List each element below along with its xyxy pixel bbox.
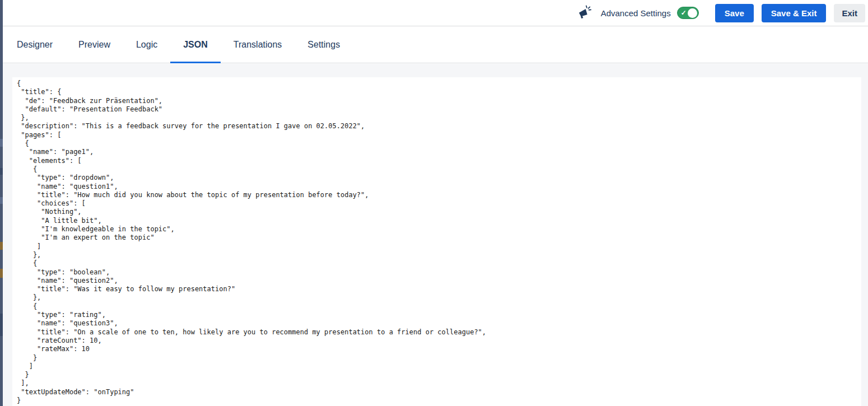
tab-settings[interactable]: Settings bbox=[295, 27, 353, 63]
exit-button[interactable]: Exit bbox=[834, 4, 865, 22]
tab-logic[interactable]: Logic bbox=[123, 27, 170, 63]
tab-json[interactable]: JSON bbox=[170, 27, 221, 63]
json-editor[interactable]: { "title": { "de": "Feedback zur Präsent… bbox=[12, 77, 861, 406]
edge-strip-mark bbox=[0, 139, 3, 147]
megaphone-icon bbox=[577, 5, 592, 21]
tab-label: Logic bbox=[136, 40, 157, 50]
advanced-settings-toggle[interactable]: ✓ bbox=[677, 7, 699, 19]
tab-label: Preview bbox=[78, 40, 110, 50]
edge-strip-mark bbox=[0, 197, 3, 204]
edge-strip-mark bbox=[0, 168, 3, 175]
save-button[interactable]: Save bbox=[715, 4, 754, 22]
edge-strip-mark bbox=[0, 269, 3, 278]
json-tab-content: { "title": { "de": "Feedback zur Präsent… bbox=[3, 64, 868, 406]
check-icon: ✓ bbox=[681, 10, 687, 16]
tab-translations[interactable]: Translations bbox=[221, 27, 295, 63]
announcement-button[interactable] bbox=[577, 5, 592, 21]
save-and-exit-button[interactable]: Save & Exit bbox=[762, 4, 827, 22]
toggle-knob bbox=[688, 8, 697, 18]
tab-designer[interactable]: Designer bbox=[4, 27, 66, 63]
tab-label: JSON bbox=[183, 40, 208, 50]
tab-preview[interactable]: Preview bbox=[66, 27, 123, 63]
creator-tab-bar: Designer Preview Logic JSON Translations… bbox=[3, 27, 868, 63]
window-edge-strip bbox=[0, 0, 3, 406]
tab-label: Designer bbox=[17, 40, 53, 50]
edge-strip-mark bbox=[0, 242, 3, 250]
top-toolbar: Advanced Settings ✓ Save Save & Exit Exi… bbox=[3, 0, 868, 26]
tab-label: Settings bbox=[307, 40, 340, 50]
edge-strip-mark bbox=[0, 314, 3, 336]
json-editor-panel: { "title": { "de": "Feedback zur Präsent… bbox=[12, 77, 861, 406]
tab-label: Translations bbox=[234, 40, 282, 50]
advanced-settings-label: Advanced Settings bbox=[601, 8, 671, 18]
